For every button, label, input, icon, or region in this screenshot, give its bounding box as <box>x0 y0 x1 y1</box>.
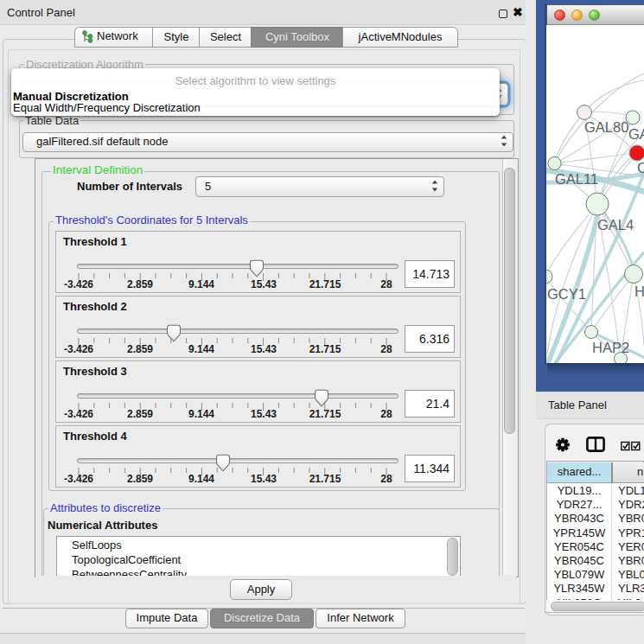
svg-text:H: H <box>634 284 644 299</box>
svg-text:GCY1: GCY1 <box>547 286 586 302</box>
svg-text:C: C <box>637 160 644 175</box>
svg-text:GAL4: GAL4 <box>597 217 634 233</box>
svg-text:GAL11: GAL11 <box>555 171 598 187</box>
svg-text:GA: GA <box>628 126 644 142</box>
svg-text:HAP2: HAP2 <box>592 340 629 355</box>
svg-text:GAL80: GAL80 <box>584 119 628 135</box>
